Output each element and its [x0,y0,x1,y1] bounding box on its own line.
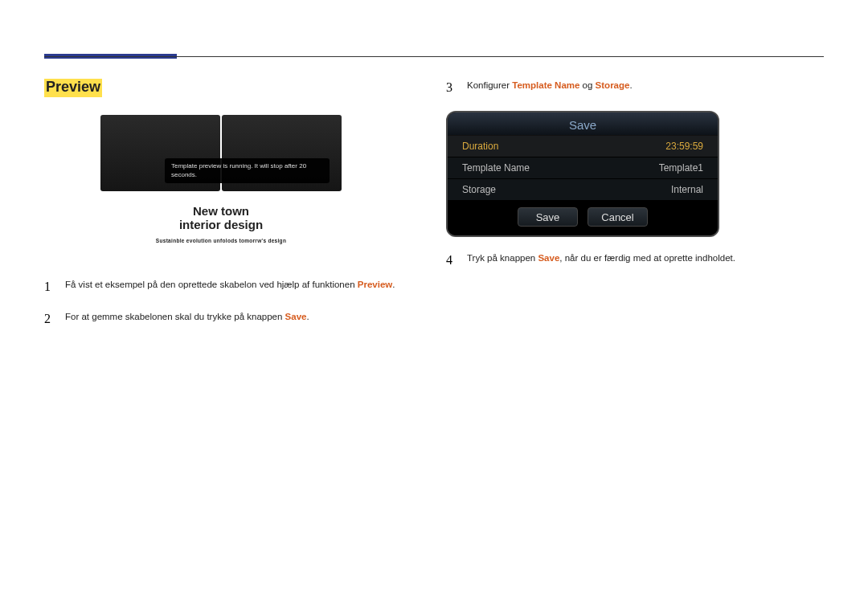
step-text: Tryk på knappen Save, når du er færdig m… [467,251,735,269]
step-number: 2 [44,310,55,328]
row-value: Template1 [659,162,703,174]
step-number: 3 [446,79,457,96]
preview-bottom-region: New town interior design Sustainble evol… [100,191,342,264]
text: Få vist et eksempel på den oprettede ska… [65,280,358,289]
step-text: For at gemme skabelonen skal du trykke p… [65,310,309,328]
preview-top-region: Template preview is running. It will sto… [100,115,342,191]
section-title: Preview [44,79,102,97]
text: . [392,280,395,289]
step-number: 4 [446,251,457,269]
step-text: Få vist et eksempel på den oprettede ska… [65,278,395,296]
row-label: Storage [462,184,496,195]
row-value: Internal [671,184,703,195]
dialog-button-row: Save Cancel [448,200,718,235]
preview-heading-2: interior design [179,218,263,231]
text: For at gemme skabelonen skal du trykke p… [65,312,285,321]
save-button[interactable]: Save [518,207,578,227]
text: Konfigurer [467,80,512,90]
text: og [579,80,595,90]
preview-subheading: Sustainble evolution unfolods tomorrw's … [156,238,286,243]
content-columns: Preview Template preview is running. It … [44,79,824,343]
step-2: 2 For at gemme skabelonen skal du trykke… [44,310,398,328]
right-column: 3 Konfigurer Template Name og Storage. S… [446,79,824,343]
dialog-row-storage[interactable]: Storage Internal [448,178,718,200]
template-name-keyword: Template Name [512,80,579,90]
save-keyword: Save [285,312,307,321]
step-4: 4 Tryk på knappen Save, når du er færdig… [446,251,824,269]
dialog-title: Save [448,112,718,136]
save-dialog: Save Duration 23:59:59 Template Name Tem… [446,111,719,237]
text: . [629,80,632,90]
row-value: 23:59:59 [665,141,703,152]
preview-toast: Template preview is running. It will sto… [165,158,330,183]
dialog-row-duration[interactable]: Duration 23:59:59 [448,136,718,157]
text: . [306,312,309,321]
header-rule [44,56,824,57]
save-keyword: Save [538,253,559,263]
dialog-row-template-name[interactable]: Template Name Template1 [448,157,718,178]
step-text: Konfigurer Template Name og Storage. [467,79,633,96]
steps-left: 1 Få vist et eksempel på den oprettede s… [44,278,398,329]
text: , når du er færdig med at oprette indhol… [559,253,735,263]
template-preview: Template preview is running. It will sto… [100,115,342,264]
step-3: 3 Konfigurer Template Name og Storage. [446,79,824,96]
step-number: 1 [44,278,55,296]
preview-heading-1: New town [193,204,249,218]
row-label: Duration [462,141,498,152]
storage-keyword: Storage [596,80,630,90]
step-1: 1 Få vist et eksempel på den oprettede s… [44,278,398,296]
text: Tryk på knappen [467,253,538,263]
row-label: Template Name [462,162,530,174]
cancel-button[interactable]: Cancel [588,207,648,227]
left-column: Preview Template preview is running. It … [44,79,398,343]
preview-keyword: Preview [358,280,392,289]
